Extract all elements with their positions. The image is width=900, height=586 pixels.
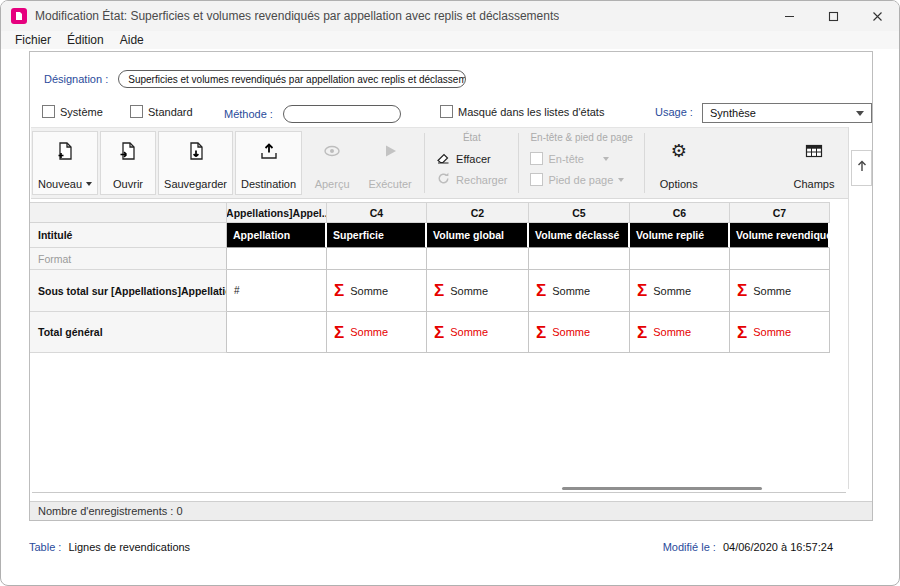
apercu-button: Aperçu	[304, 131, 360, 195]
somme-label: Somme	[450, 285, 488, 297]
total-somme-cell[interactable]: ΣSomme	[327, 312, 427, 353]
sigma-icon: Σ	[637, 324, 647, 341]
app-icon	[11, 8, 27, 24]
apercu-label: Aperçu	[315, 178, 350, 190]
usage-select[interactable]: Synthèse	[702, 103, 872, 123]
ouvrir-button[interactable]: Ouvrir	[100, 131, 156, 195]
effacer-button[interactable]: Effacer	[436, 148, 507, 169]
intitule-cell[interactable]: Volume déclassé	[529, 223, 630, 248]
format-cell[interactable]	[227, 248, 327, 270]
minimize-icon[interactable]	[767, 1, 811, 31]
destination-button[interactable]: Destination	[235, 131, 302, 195]
usage-value: Synthèse	[710, 107, 756, 119]
format-cell[interactable]	[327, 248, 427, 270]
toolbar-separator	[518, 133, 519, 193]
sous-total-somme-cell[interactable]: ΣSomme	[327, 270, 427, 312]
menu-fichier[interactable]: Fichier	[7, 32, 59, 48]
gear-icon: ⚙	[671, 137, 687, 165]
column-header-appellations[interactable]: [Appellations]Appel...	[227, 202, 327, 223]
scrollbar-track[interactable]	[32, 492, 846, 493]
options-row: Système Standard Méthode : Masqué dans l…	[30, 102, 872, 124]
horizontal-scrollbar[interactable]	[32, 485, 846, 493]
chevron-down-icon	[856, 111, 864, 116]
total-somme-cell[interactable]: ΣSomme	[630, 312, 730, 353]
intitule-cell[interactable]: Superficie	[327, 223, 427, 248]
effacer-label: Effacer	[456, 153, 491, 165]
refresh-icon	[436, 171, 451, 188]
standard-checkbox-box[interactable]	[130, 105, 143, 118]
app-window: Modification État: Superficies et volume…	[0, 0, 900, 586]
footer: Table : Lignes de revendications Modifié…	[29, 541, 873, 553]
designation-value: Superficies et volumes revendiqués par a…	[128, 74, 466, 85]
table-label: Table :	[29, 541, 61, 553]
methode-group: Méthode :	[224, 105, 401, 123]
play-icon	[380, 137, 400, 165]
intitule-cell[interactable]: Appellation	[227, 223, 327, 248]
vertical-scrollbar-track[interactable]	[848, 127, 849, 489]
sous-total-hash-cell[interactable]: #	[227, 270, 327, 312]
methode-label: Méthode :	[224, 108, 273, 120]
champs-button[interactable]: Champs	[786, 131, 842, 195]
methode-input[interactable]	[283, 105, 401, 123]
total-somme-cell[interactable]: ΣSomme	[427, 312, 529, 353]
sous-total-somme-cell[interactable]: ΣSomme	[630, 270, 730, 312]
recharger-label: Recharger	[456, 174, 507, 186]
sauvegarder-label: Sauvegarder	[164, 178, 227, 190]
standard-checkbox[interactable]: Standard	[130, 105, 193, 118]
new-document-icon	[55, 137, 75, 165]
masque-checkbox-box[interactable]	[440, 105, 453, 118]
sigma-icon: Σ	[434, 282, 444, 299]
sigma-icon: Σ	[737, 282, 747, 299]
options-label: Options	[660, 178, 698, 190]
menu-bar: Fichier Édition Aide	[1, 31, 899, 49]
collapse-ribbon-button[interactable]	[851, 150, 872, 186]
scrollbar-thumb[interactable]	[562, 487, 762, 490]
close-icon[interactable]	[855, 1, 899, 31]
entete-pied-group: En-tête & pied de page En-tête Pied de p…	[524, 128, 638, 198]
masque-checkbox[interactable]: Masqué dans les listes d'états	[440, 105, 604, 118]
column-header-c2[interactable]: C2	[427, 202, 529, 223]
sous-total-somme-cell[interactable]: ΣSomme	[529, 270, 630, 312]
total-somme-cell[interactable]: ΣSomme	[529, 312, 630, 353]
usage-label: Usage :	[655, 106, 693, 118]
toolbar: Nouveau Ouvrir	[31, 127, 848, 199]
toolbar-separator	[424, 133, 425, 193]
somme-label: Somme	[753, 285, 791, 297]
somme-label: Somme	[350, 326, 388, 338]
format-cell[interactable]	[427, 248, 529, 270]
total-empty-cell[interactable]	[227, 312, 327, 353]
intitule-cell[interactable]: Volume global	[427, 223, 529, 248]
options-button[interactable]: ⚙ Options	[651, 131, 707, 195]
format-cell[interactable]	[529, 248, 630, 270]
title-bar[interactable]: Modification État: Superficies et volume…	[1, 1, 899, 31]
pied-label: Pied de page	[548, 174, 613, 186]
save-icon	[186, 137, 206, 165]
total-somme-cell[interactable]: ΣSomme	[730, 312, 830, 353]
column-header-c5[interactable]: C5	[529, 202, 630, 223]
designation-input[interactable]: Superficies et volumes revendiqués par a…	[118, 70, 466, 88]
table-value: Lignes de revendications	[68, 541, 190, 553]
sauvegarder-button[interactable]: Sauvegarder	[158, 131, 233, 195]
pied-checkbox-box	[530, 173, 543, 186]
column-header-c4[interactable]: C4	[327, 202, 427, 223]
systeme-checkbox[interactable]: Système	[42, 105, 103, 118]
table-info: Table : Lignes de revendications	[29, 541, 190, 553]
format-cell[interactable]	[730, 248, 830, 270]
intitule-cell[interactable]: Volume revendiqué	[730, 223, 830, 248]
format-cell[interactable]	[630, 248, 730, 270]
sous-total-somme-cell[interactable]: ΣSomme	[730, 270, 830, 312]
designation-label: Désignation :	[44, 73, 108, 85]
menu-aide[interactable]: Aide	[112, 32, 152, 48]
intitule-cell[interactable]: Volume replié	[630, 223, 730, 248]
maximize-icon[interactable]	[811, 1, 855, 31]
sous-total-somme-cell[interactable]: ΣSomme	[427, 270, 529, 312]
systeme-checkbox-box[interactable]	[42, 105, 55, 118]
champs-label: Champs	[794, 178, 835, 190]
nouveau-button[interactable]: Nouveau	[32, 131, 98, 195]
somme-label: Somme	[552, 326, 590, 338]
column-header-c7[interactable]: C7	[730, 202, 830, 223]
column-header-c6[interactable]: C6	[630, 202, 730, 223]
chevron-down-icon[interactable]	[86, 182, 92, 186]
grid-header-row: [Appellations]Appel... C4 C2 C5 C6 C7	[30, 202, 830, 223]
menu-edition[interactable]: Édition	[59, 32, 112, 48]
